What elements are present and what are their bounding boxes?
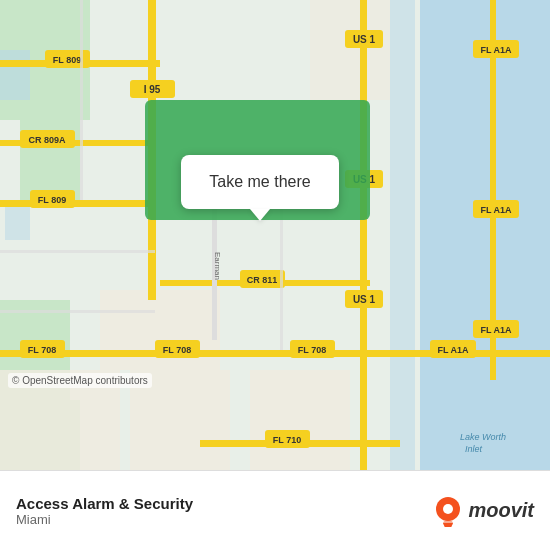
svg-text:FL 708: FL 708 <box>28 345 56 355</box>
tooltip-popup[interactable]: Take me there <box>155 155 365 221</box>
svg-point-66 <box>443 504 453 514</box>
svg-text:FL A1A: FL A1A <box>437 345 469 355</box>
tooltip-box[interactable]: Take me there <box>181 155 338 209</box>
svg-text:FL A1A: FL A1A <box>480 45 512 55</box>
svg-rect-34 <box>0 200 155 207</box>
tooltip-label: Take me there <box>209 173 310 190</box>
bottom-bar: Access Alarm & Security Miami moovit <box>0 470 550 550</box>
svg-text:Inlet: Inlet <box>465 444 483 454</box>
moovit-logo[interactable]: moovit <box>432 495 534 527</box>
svg-text:FL 809: FL 809 <box>38 195 66 205</box>
moovit-icon <box>432 495 464 527</box>
map-background: I 95 US 1 US 1 US 1 FL A1A FL A1A FL A1A… <box>0 0 550 470</box>
svg-text:FL A1A: FL A1A <box>480 325 512 335</box>
svg-text:Lake Worth: Lake Worth <box>460 432 506 442</box>
svg-rect-60 <box>0 310 155 313</box>
svg-rect-2 <box>390 0 415 470</box>
svg-text:I 95: I 95 <box>144 84 161 95</box>
svg-text:FL 708: FL 708 <box>298 345 326 355</box>
svg-text:US 1: US 1 <box>353 294 376 305</box>
moovit-text: moovit <box>468 499 534 522</box>
svg-text:FL 710: FL 710 <box>273 435 301 445</box>
map-container: I 95 US 1 US 1 US 1 FL A1A FL A1A FL A1A… <box>0 0 550 470</box>
svg-text:FL 708: FL 708 <box>163 345 191 355</box>
svg-rect-57 <box>80 0 83 200</box>
svg-rect-7 <box>0 50 30 100</box>
location-info: Access Alarm & Security Miami <box>16 495 193 527</box>
svg-rect-17 <box>360 0 367 470</box>
svg-marker-65 <box>443 523 453 527</box>
svg-rect-12 <box>250 370 350 470</box>
tooltip-arrow <box>250 209 270 221</box>
svg-rect-13 <box>310 0 390 100</box>
svg-text:CR 811: CR 811 <box>247 275 278 285</box>
location-name: Access Alarm & Security <box>16 495 193 512</box>
svg-text:FL 809: FL 809 <box>53 55 81 65</box>
svg-rect-59 <box>0 250 155 253</box>
svg-text:CR 809A: CR 809A <box>28 135 66 145</box>
map-attribution: © OpenStreetMap contributors <box>8 373 152 388</box>
svg-rect-1 <box>420 0 550 470</box>
svg-text:US 1: US 1 <box>353 34 376 45</box>
svg-text:Earman: Earman <box>213 252 222 280</box>
location-city: Miami <box>16 512 193 527</box>
svg-text:FL A1A: FL A1A <box>480 205 512 215</box>
svg-rect-58 <box>280 200 283 350</box>
